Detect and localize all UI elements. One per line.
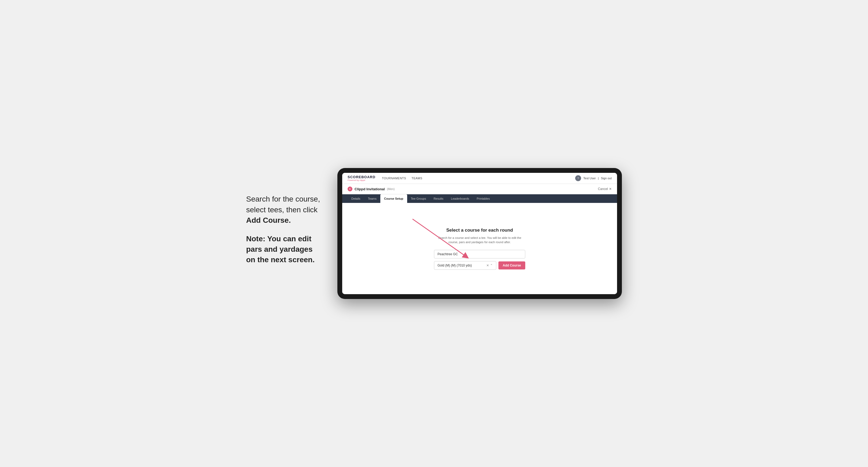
main-content: Select a course for each round Search fo…	[342, 203, 617, 294]
tab-bar: Details Teams Course Setup Tee Groups Re…	[342, 194, 617, 203]
tab-teams[interactable]: Teams	[364, 194, 380, 203]
nav-separator: |	[598, 177, 599, 180]
tablet-screen: SCOREBOARD Powered by clippd TOURNAMENTS…	[342, 173, 617, 294]
user-name: Test User	[583, 177, 596, 180]
logo-area: SCOREBOARD Powered by clippd	[348, 175, 375, 181]
tournament-name: Clippd Invitational	[354, 187, 385, 191]
tee-select-dropdown[interactable]: Gold (M) (M) (7010 yds) ✕ ⌃	[434, 261, 496, 270]
tab-course-setup[interactable]: Course Setup	[380, 194, 407, 203]
nav-right: T Test User | Sign out	[575, 175, 612, 181]
user-avatar: T	[575, 175, 581, 181]
course-setup-description: Search for a course and select a tee. Yo…	[434, 236, 525, 245]
tee-select-controls: ✕ ⌃	[486, 263, 493, 267]
tournament-icon: C	[348, 187, 352, 191]
course-search-input[interactable]	[434, 250, 525, 258]
nav-link-teams[interactable]: TEAMS	[411, 177, 422, 180]
tee-select-value: Gold (M) (M) (7010 yds)	[437, 263, 472, 267]
side-annotation: Search for the course, select tees, then…	[246, 194, 321, 273]
tab-tee-groups[interactable]: Tee Groups	[407, 194, 430, 203]
nav-link-tournaments[interactable]: TOURNAMENTS	[382, 177, 406, 180]
tee-chevron-icon[interactable]: ⌃	[490, 263, 493, 267]
annotation-text-2: Note: You can edit pars and yardages on …	[246, 234, 321, 265]
tab-results[interactable]: Results	[430, 194, 447, 203]
top-navigation: SCOREBOARD Powered by clippd TOURNAMENTS…	[342, 173, 617, 184]
annotation-text-1: Search for the course, select tees, then…	[246, 194, 321, 225]
nav-left: SCOREBOARD Powered by clippd TOURNAMENTS…	[348, 175, 423, 181]
cancel-button[interactable]: Cancel ✕	[598, 187, 612, 191]
add-course-button[interactable]: Add Course	[498, 261, 525, 270]
course-setup-box: Select a course for each round Search fo…	[434, 227, 525, 270]
tee-clear-icon[interactable]: ✕	[486, 263, 489, 267]
logo-title: SCOREBOARD	[348, 175, 375, 179]
tournament-header: C Clippd Invitational (Men) Cancel ✕	[342, 184, 617, 194]
tab-leaderboards[interactable]: Leaderboards	[447, 194, 473, 203]
tournament-type: (Men)	[387, 187, 395, 191]
tab-details[interactable]: Details	[348, 194, 364, 203]
course-setup-title: Select a course for each round	[434, 227, 525, 233]
page-wrapper: Search for the course, select tees, then…	[246, 168, 622, 299]
sign-out-link[interactable]: Sign out	[601, 177, 612, 180]
nav-links: TOURNAMENTS TEAMS	[382, 177, 423, 180]
tablet-device: SCOREBOARD Powered by clippd TOURNAMENTS…	[337, 168, 622, 299]
tournament-title-area: C Clippd Invitational (Men)	[348, 187, 395, 191]
tee-select-row: Gold (M) (M) (7010 yds) ✕ ⌃ Add Course	[434, 261, 525, 270]
logo-sub: Powered by clippd	[348, 179, 375, 181]
tab-printables[interactable]: Printables	[473, 194, 494, 203]
